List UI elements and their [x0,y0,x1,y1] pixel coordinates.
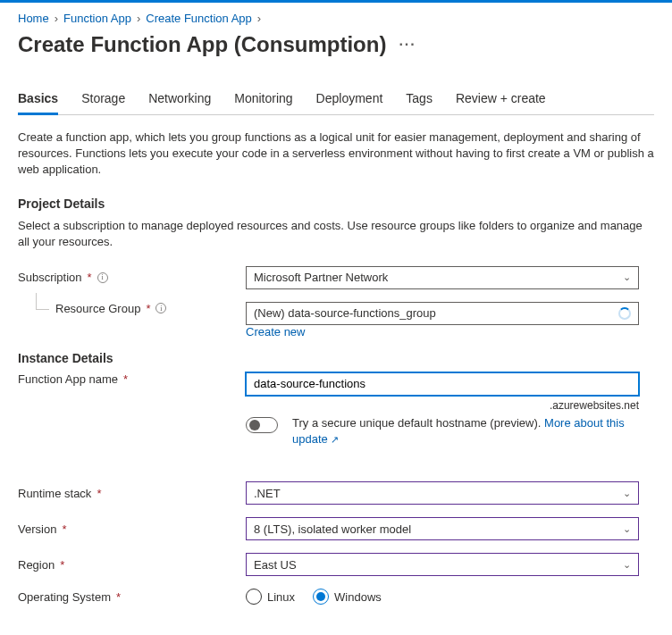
os-radio-group: Linux Windows [246,589,639,605]
version-select[interactable]: 8 (LTS), isolated worker model ⌄ [246,517,639,540]
label-region: Region * [18,558,246,572]
label-app-name: Function App name * [18,372,246,386]
tab-storage[interactable]: Storage [81,84,125,114]
label-version: Version * [18,522,246,536]
breadcrumb-home[interactable]: Home [18,12,49,25]
required-icon: * [116,590,121,604]
chevron-right-icon: › [137,12,140,25]
breadcrumb-create-app[interactable]: Create Function App [146,12,252,25]
chevron-down-icon: ⌄ [623,523,631,535]
resource-group-select[interactable]: (New) data-source-functions_group [246,302,639,325]
hostname-toggle[interactable] [246,417,278,433]
tab-deployment[interactable]: Deployment [316,84,383,114]
app-name-input[interactable] [246,372,639,396]
label-runtime-stack: Runtime stack * [18,487,246,500]
required-icon: * [123,372,128,386]
label-subscription: Subscription * i [18,271,246,284]
runtime-stack-select[interactable]: .NET ⌄ [246,481,639,505]
hostname-suffix: .azurewebsites.net [246,399,639,412]
breadcrumb: Home › Function App › Create Function Ap… [18,12,654,25]
required-icon: * [60,558,64,572]
tab-tags[interactable]: Tags [406,84,433,114]
loading-icon [618,307,631,320]
project-details-helper: Select a subscription to manage deployed… [18,218,654,250]
create-new-link[interactable]: Create new [246,325,305,338]
chevron-down-icon: ⌄ [623,559,631,571]
info-icon[interactable]: i [155,303,166,313]
subscription-select[interactable]: Microsoft Partner Network ⌄ [246,266,639,289]
required-icon: * [146,302,150,315]
tab-review-create[interactable]: Review + create [456,84,546,114]
required-icon: * [88,271,92,284]
external-link-icon: ↗ [331,434,339,445]
tab-networking[interactable]: Networking [148,84,211,114]
section-instance-details: Instance Details [18,351,654,365]
page-title: Create Function App (Consumption) ··· [18,32,654,57]
more-icon[interactable]: ··· [399,37,416,53]
required-icon: * [97,487,101,500]
section-project-details: Project Details [18,196,654,211]
tabs: Basics Storage Networking Monitoring Dep… [18,84,654,115]
tab-monitoring[interactable]: Monitoring [234,84,292,114]
region-select[interactable]: East US ⌄ [246,553,639,576]
breadcrumb-function-app[interactable]: Function App [63,12,131,25]
os-windows-radio[interactable]: Windows [313,589,382,605]
chevron-down-icon: ⌄ [623,488,631,499]
info-icon[interactable]: i [97,272,108,283]
chevron-right-icon: › [257,12,261,25]
label-resource-group: Resource Group * i [18,302,246,315]
required-icon: * [62,522,66,536]
intro-text: Create a function app, which lets you gr… [18,130,654,179]
label-os: Operating System * [18,590,246,604]
tab-basics[interactable]: Basics [18,84,58,115]
chevron-down-icon: ⌄ [623,272,631,283]
hostname-toggle-label: Try a secure unique default hostname (pr… [292,415,639,447]
os-linux-radio[interactable]: Linux [246,589,295,605]
chevron-right-icon: › [55,12,58,25]
